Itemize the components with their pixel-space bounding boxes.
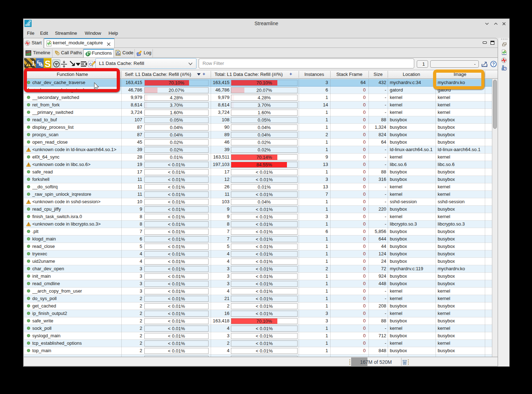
svg-text:F: F (87, 52, 89, 56)
svg-text:?: ? (504, 67, 506, 71)
svg-text:?: ? (492, 62, 495, 67)
svg-text:010: 010 (116, 53, 120, 55)
